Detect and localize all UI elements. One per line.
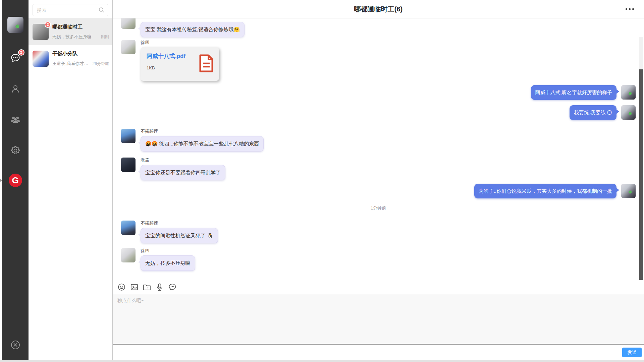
logo-letter: G <box>12 175 18 186</box>
search-area <box>29 0 112 18</box>
microphone-icon <box>156 283 163 291</box>
chat-last-message: 无妨，技多不压身嘛 <box>52 34 99 40</box>
search-box <box>33 4 108 16</box>
chat-history-button[interactable] <box>168 283 177 292</box>
chat-item-body: 哪都通临时工 无妨，技多不压身嘛 刚刚 <box>52 24 109 40</box>
settings-gear-icon <box>11 146 20 155</box>
message-group: 阿威十八式,听名字就好厉害的样子 <box>121 85 636 100</box>
more-menu-icon[interactable] <box>625 6 635 12</box>
message-group: 我要练,我要练 😶 <box>121 105 636 120</box>
sender-name: 不摇碧莲 <box>141 129 158 134</box>
conversation-panel: 哪都通临时工(6) 宝宝 我这有本祖传秘笈,很适合你修炼哦🤗 徐四 阿威十八式.… <box>112 0 644 360</box>
composer-footer: 发送 <box>113 345 644 360</box>
emoji-smile-icon <box>118 283 125 291</box>
nav-chats-button[interactable]: 2 <box>10 52 21 64</box>
window-edge-bottom <box>0 360 644 362</box>
message-bubble: 我要练,我要练 😶 <box>570 105 616 120</box>
folder-icon <box>143 284 151 291</box>
message-bubble: 宝宝 我这有本祖传秘笈,很适合你修炼哦🤗 <box>141 22 245 37</box>
emoji-button[interactable] <box>117 283 126 292</box>
magnifier-icon[interactable] <box>99 7 105 13</box>
image-picture-icon <box>130 283 138 291</box>
close-circle-icon <box>10 340 20 350</box>
send-file-button[interactable] <box>143 283 151 292</box>
conversation-header: 哪都通临时工(6) <box>113 0 644 18</box>
member-avatar[interactable] <box>621 105 636 120</box>
message-scroll-area: 宝宝 我这有本祖传秘笈,很适合你修炼哦🤗 徐四 阿威十八式.pdf 1KB <box>113 18 644 280</box>
group-people-icon <box>10 115 20 124</box>
member-avatar[interactable] <box>121 40 136 54</box>
scrollbar-track[interactable] <box>639 37 643 280</box>
sender-name: 徐四 <box>141 248 149 253</box>
unread-total-badge: 2 <box>18 49 24 56</box>
chat-time: 26分钟前 <box>93 61 109 67</box>
chat-history-icon <box>168 283 176 291</box>
nav-groups-button[interactable] <box>10 114 21 125</box>
member-avatar[interactable] <box>121 158 136 172</box>
chat-list-item[interactable]: 干饭小分队 王道长,我看你才… 26分钟前 <box>29 45 112 72</box>
file-attachment-card[interactable]: 阿威十八式.pdf 1KB <box>141 47 219 81</box>
message-bubble: 无妨，技多不压身嘛 <box>141 255 195 271</box>
send-button[interactable]: 发送 <box>622 348 642 357</box>
contacts-person-icon <box>11 84 20 94</box>
message-group: 不摇碧莲 🤬🤬 徐四...你能不能不教宝宝一些乱七八糟的东西 <box>121 129 636 152</box>
chat-name: 哪都通临时工 <box>52 24 109 30</box>
message-group: 宝宝 我这有本祖传秘笈,很适合你修炼哦🤗 <box>121 22 636 37</box>
message-bubble: 阿威十八式,听名字就好厉害的样子 <box>531 85 616 100</box>
chat-time: 刚刚 <box>101 34 109 40</box>
send-image-button[interactable] <box>130 283 139 292</box>
voice-button[interactable] <box>155 283 164 292</box>
chat-last-message: 王道长,我看你才… <box>52 61 91 67</box>
chat-name: 干饭小分队 <box>52 51 109 57</box>
member-avatar[interactable] <box>121 248 136 262</box>
nav-rail: 2 <box>2 0 29 360</box>
sender-name: 老孟 <box>141 158 149 163</box>
member-avatar[interactable] <box>621 184 636 198</box>
close-app-button[interactable] <box>10 340 20 350</box>
message-bubble: 宝宝你还是不要跟着你四哥乱学了 <box>141 165 225 180</box>
chat-avatar: 2 <box>33 24 49 40</box>
user-avatar[interactable] <box>7 17 23 33</box>
nav-settings-button[interactable] <box>10 145 21 156</box>
message-group: 老孟 宝宝你还是不要跟着你四哥乱学了 <box>121 158 636 180</box>
chat-item-body: 干饭小分队 王道长,我看你才… 26分钟前 <box>52 51 109 67</box>
search-input[interactable] <box>33 4 108 16</box>
message-bubble: 🤬🤬 徐四...你能不能不教宝宝一些乱七八糟的东西 <box>141 136 264 152</box>
message-group: 徐四 无妨，技多不压身嘛 <box>121 248 636 271</box>
chat-avatar <box>33 51 49 67</box>
composer-editor <box>113 294 644 345</box>
message-input[interactable] <box>113 294 644 344</box>
composer-toolbar <box>113 280 644 294</box>
message-group: 徐四 阿威十八式.pdf 1KB <box>121 40 636 81</box>
pdf-file-icon <box>199 54 214 72</box>
scrollbar-thumb[interactable] <box>639 69 643 280</box>
time-divider: 1分钟前 <box>121 205 636 211</box>
message-group: 为啥子..你们总说我呆瓜，其实大多的时候，我都机制的一批 <box>121 184 636 198</box>
member-avatar[interactable] <box>621 85 636 100</box>
g-app-logo[interactable]: G <box>9 174 22 187</box>
nav-contacts-button[interactable] <box>10 83 21 95</box>
message-bubble: 宝宝的间歇性机智证又犯了 🐧 <box>141 228 218 243</box>
member-avatar[interactable] <box>121 18 136 29</box>
sender-name: 不摇碧莲 <box>141 221 158 226</box>
sender-name: 徐四 <box>141 40 149 45</box>
unread-badge: 2 <box>45 21 51 28</box>
member-avatar[interactable] <box>121 129 136 143</box>
message-bubble: 为啥子..你们总说我呆瓜，其实大多的时候，我都机制的一批 <box>474 184 616 198</box>
chat-list-item[interactable]: 2 哪都通临时工 无妨，技多不压身嘛 刚刚 <box>29 18 112 45</box>
conversation-title: 哪都通临时工(6) <box>354 5 402 14</box>
member-avatar[interactable] <box>121 221 136 235</box>
chat-list-panel: 2 哪都通临时工 无妨，技多不压身嘛 刚刚 干饭小分队 王道长,我看你才… 26… <box>29 0 112 360</box>
app-window: 2 <box>0 0 644 362</box>
message-group: 不摇碧莲 宝宝的间歇性机智证又犯了 🐧 <box>121 221 636 243</box>
